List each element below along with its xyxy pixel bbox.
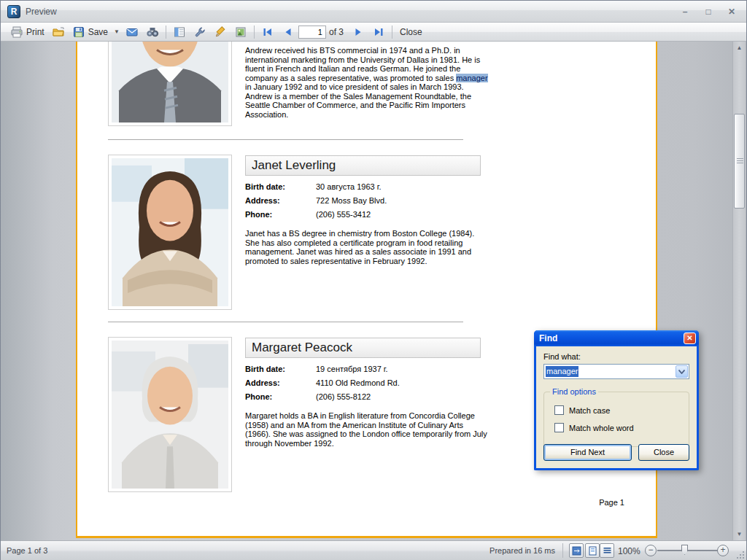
- first-page-icon: [261, 26, 274, 39]
- send-email-button[interactable]: [122, 24, 142, 40]
- scroll-down-arrow[interactable]: ▼: [733, 528, 746, 540]
- match-whole-word-label: Match whole word: [569, 424, 634, 432]
- maximize-button[interactable]: □: [701, 5, 716, 18]
- search-button[interactable]: [142, 24, 163, 40]
- print-button[interactable]: Print: [7, 24, 48, 40]
- bio-text: in January 1992 and to vice president of…: [245, 82, 471, 119]
- scroll-up-arrow[interactable]: ▲: [733, 42, 746, 54]
- previous-page-button[interactable]: [278, 24, 298, 40]
- report-app-icon: R: [7, 5, 20, 18]
- bio-text: Andrew received his BTS commercial in 19…: [245, 46, 480, 82]
- envelope-icon: [125, 26, 139, 39]
- zoom-slider-track[interactable]: [657, 550, 719, 551]
- field-value: 722 Moss Bay Blvd.: [316, 196, 387, 205]
- zoom-slider-thumb[interactable]: [681, 545, 688, 555]
- employee-bio-andrew: Andrew received his BTS commercial in 19…: [245, 46, 489, 119]
- preview-toolbar: Print Save ▼: [1, 23, 746, 42]
- find-dialog-close-icon[interactable]: ✕: [684, 332, 696, 344]
- match-case-label: Match case: [569, 406, 610, 415]
- field-row: Birth date: 30 августа 1963 г.: [245, 182, 486, 192]
- find-next-button[interactable]: Find Next: [543, 444, 632, 461]
- first-page-button[interactable]: [258, 24, 278, 40]
- find-what-combobox[interactable]: manager: [543, 364, 689, 379]
- toolbar-separator: [166, 26, 166, 39]
- whole-page-view-button[interactable]: [585, 543, 600, 558]
- vertical-scrollbar[interactable]: ▲ ▼: [732, 42, 746, 540]
- next-page-button[interactable]: [348, 24, 368, 40]
- close-window-button[interactable]: ✕: [724, 5, 739, 18]
- field-label: Birth date:: [245, 182, 285, 191]
- find-what-label: Find what:: [543, 352, 581, 361]
- find-options-label: Find options: [550, 387, 598, 396]
- toolbar-separator: [254, 26, 255, 39]
- minimize-button[interactable]: –: [678, 5, 692, 18]
- page-width-icon: [572, 546, 581, 556]
- save-label: Save: [88, 27, 108, 37]
- thumbnails-icon: [173, 26, 186, 39]
- page-count-label: of 3: [329, 27, 344, 37]
- print-label: Print: [26, 27, 44, 37]
- find-dialog-title: Find: [539, 333, 557, 343]
- multiple-pages-icon: [603, 546, 612, 556]
- search-highlight: manager: [456, 74, 487, 82]
- preview-workspace: Andrew received his BTS commercial in 19…: [1, 42, 746, 540]
- zoom-percentage: 100%: [618, 546, 640, 556]
- employee-bio-margaret: Margaret holds a BA in English literatur…: [245, 411, 489, 448]
- last-page-button[interactable]: [368, 24, 389, 40]
- page-width-view-button[interactable]: [569, 543, 584, 558]
- field-label: Phone:: [245, 210, 272, 219]
- field-value: 19 сентября 1937 г.: [316, 365, 388, 373]
- search-text-selected: manager: [546, 366, 578, 377]
- find-dialog-titlebar[interactable]: Find ✕: [534, 330, 699, 346]
- employee-photo-andrew: [108, 42, 232, 126]
- employee-photo-margaret: [108, 337, 232, 492]
- wrench-icon: [193, 26, 206, 39]
- field-value: 4110 Old Redmond Rd.: [316, 378, 400, 387]
- page-footer: Page 1: [599, 498, 624, 507]
- scrollbar-thumb[interactable]: [734, 114, 745, 209]
- match-whole-word-checkbox[interactable]: [554, 423, 564, 432]
- field-value: (206) 555-3412: [316, 210, 371, 219]
- thumbnails-panel-button[interactable]: [169, 24, 190, 40]
- zoom-in-button[interactable]: +: [717, 545, 729, 556]
- watermark-button[interactable]: [231, 24, 251, 40]
- status-page-info: Page 1 of 3: [7, 546, 47, 555]
- match-case-checkbox[interactable]: [554, 405, 564, 415]
- section-separator: [108, 139, 463, 140]
- combo-dropdown-button[interactable]: [676, 365, 688, 378]
- preview-window: R Preview – □ ✕ Print: [0, 0, 747, 560]
- multiple-pages-view-button[interactable]: [600, 543, 614, 558]
- save-button[interactable]: Save: [69, 24, 112, 40]
- open-button[interactable]: [48, 24, 69, 40]
- employee-bio-janet: Janet has a BS degree in chemistry from …: [245, 229, 489, 265]
- save-dropdown-arrow[interactable]: ▼: [112, 28, 122, 35]
- field-row: Address: 4110 Old Redmond Rd.: [245, 378, 486, 389]
- employee-name: Janet Leverling: [252, 158, 336, 172]
- field-row: Address: 722 Moss Bay Blvd.: [245, 196, 486, 206]
- section-separator: [108, 322, 463, 322]
- field-label: Address:: [245, 378, 280, 387]
- previous-page-icon: [282, 26, 295, 39]
- open-folder-icon: [52, 26, 65, 39]
- find-close-button[interactable]: Close: [638, 444, 689, 461]
- chevron-down-icon: [678, 370, 685, 374]
- edit-button[interactable]: [210, 24, 231, 40]
- status-bar: Page 1 of 3 Prepared in 16 ms 100% −: [1, 540, 746, 560]
- last-page-icon: [372, 26, 385, 39]
- scrollbar-grip: [737, 158, 743, 159]
- page-number-input[interactable]: [298, 26, 326, 39]
- zoom-out-button[interactable]: −: [645, 545, 657, 556]
- window-title: Preview: [26, 7, 57, 17]
- employee-name: Margaret Peacock: [252, 341, 352, 354]
- resize-grip[interactable]: [735, 550, 744, 559]
- close-preview-button[interactable]: Close: [395, 26, 427, 39]
- toolbar-separator: [392, 26, 392, 39]
- field-label: Address:: [245, 196, 280, 205]
- find-dialog: Find ✕ Find what: manager Find options: [534, 330, 699, 470]
- field-label: Phone:: [245, 392, 272, 401]
- title-bar: R Preview – □ ✕: [1, 1, 746, 23]
- customize-button[interactable]: [190, 24, 210, 40]
- save-floppy-icon: [72, 26, 85, 39]
- find-options-group: Find options Match case Match whole word: [543, 392, 689, 447]
- field-label: Birth date:: [245, 365, 285, 373]
